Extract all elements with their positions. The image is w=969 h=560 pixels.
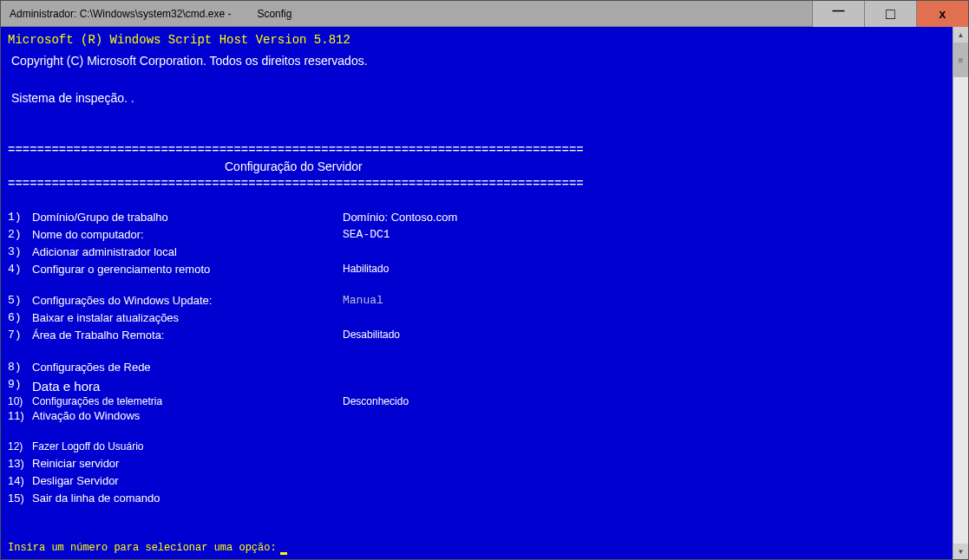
menu-spacer [8,345,946,359]
divider-bottom: ========================================… [8,176,946,193]
menu-number: 1) [8,209,32,226]
menu-label: Fazer Logoff do Usuário [32,439,343,455]
divider-top: ========================================… [8,142,946,160]
menu-label: Ativação do Windows [32,407,343,425]
scroll-down-button[interactable]: ▼ [953,544,968,559]
menu-number: 13) [8,455,32,472]
menu-value: Manual [343,292,383,309]
menu-value: Desabilitado [343,327,400,344]
menu-label: Domínio/Grupo de trabalho [32,209,343,226]
close-icon: x [940,7,946,21]
menu-label: Data e hora [32,376,343,396]
menu-item: 7)Área de Trabalho Remota:Desabilitado [8,327,946,344]
titlebar[interactable]: Administrador: C:\Windows\system32\cmd.e… [1,1,968,27]
content-area: Microsoft (R) Windows Script Host Versio… [1,27,968,559]
menu-item: 13)Reiniciar servidor [8,455,946,472]
title-app: Sconfig [257,8,291,20]
menu-item: 11)Ativação do Windows [8,407,946,425]
console-output[interactable]: Microsoft (R) Windows Script Host Versio… [1,27,953,559]
section-title: Configuração do Servidor [8,159,946,176]
menu-number: 11) [8,407,32,425]
script-host-header: Microsoft (R) Windows Script Host Versio… [8,32,946,49]
window-controls: — □ x [812,1,968,27]
maximize-button[interactable]: □ [864,1,916,27]
prompt-text: Insira um número para selecionar uma opç… [8,542,277,554]
scroll-up-button[interactable]: ▲ [953,27,968,42]
menu-label: Sair da linha de comando [32,490,343,507]
menu-value: Habilitado [343,261,389,278]
menu-label: Reiniciar servidor [32,455,343,472]
menu-label: Desligar Servidor [32,472,343,490]
menu-label: Nome do computador: [32,226,343,244]
menu-item: 6)Baixar e instalar atualizações [8,309,946,327]
vertical-scrollbar[interactable]: ▲ ▼ [953,27,968,559]
menu-item: 15)Sair da linha de comando [8,490,946,507]
app-window: Administrador: C:\Windows\system32\cmd.e… [0,0,969,560]
menu-number: 3) [8,244,32,261]
minimize-button[interactable]: — [812,1,864,27]
menu-number: 7) [8,327,32,344]
maximize-icon: □ [886,5,895,23]
cursor-icon [280,552,287,555]
menu-number: 10) [8,396,32,407]
menu-spacer [8,425,946,439]
menu-number: 9) [8,376,32,396]
scroll-thumb[interactable] [953,42,968,77]
copyright-line: Copyright (C) Microsoft Corporation. Tod… [8,49,946,70]
title-path: Administrador: C:\Windows\system32\cmd.e… [10,8,231,20]
menu-label: Configurações de telemetria [32,396,343,407]
menu-number: 6) [8,309,32,327]
menu-spacer [8,278,946,292]
menu-list: 1)Domínio/Grupo de trabalhoDomínio: Cont… [8,193,946,508]
menu-item: 2)Nome do computador:SEA-DC1 [8,226,946,244]
input-prompt: Insira um número para selecionar uma opç… [8,541,287,556]
menu-item: 10)Configurações de telemetriaDesconheci… [8,396,946,407]
menu-item: 14)Desligar Servidor [8,472,946,490]
menu-number: 8) [8,359,32,376]
menu-item: 9)Data e hora [8,376,946,396]
titlebar-text: Administrador: C:\Windows\system32\cmd.e… [1,8,291,20]
menu-value: Desconhecido [343,396,409,407]
menu-item: 1)Domínio/Grupo de trabalhoDomínio: Cont… [8,209,946,226]
menu-item: 12)Fazer Logoff do Usuário [8,439,946,455]
menu-value: Domínio: Contoso.com [343,209,457,226]
menu-label: Adicionar administrador local [32,244,343,261]
menu-number: 2) [8,226,32,244]
menu-number: 12) [8,439,32,455]
menu-number: 15) [8,490,32,507]
menu-number: 4) [8,261,32,278]
menu-value: SEA-DC1 [343,226,390,244]
menu-number: 5) [8,292,32,309]
menu-item: 4)Configurar o gerenciamento remotoHabil… [8,261,946,278]
menu-item: 8)Configurações de Rede [8,359,946,376]
close-button[interactable]: x [916,1,968,27]
menu-label: Configurações do Windows Update: [32,292,343,309]
menu-label: Configurar o gerenciamento remoto [32,261,343,278]
inspect-line: Sistema de inspeção. . [8,69,946,107]
menu-item: 3)Adicionar administrador local [8,244,946,261]
menu-item: 5)Configurações do Windows Update:Manual [8,292,946,309]
minimize-icon: — [833,3,845,17]
menu-number: 14) [8,472,32,490]
menu-label: Área de Trabalho Remota: [32,327,343,344]
menu-label: Configurações de Rede [32,359,343,376]
menu-label: Baixar e instalar atualizações [32,309,343,327]
